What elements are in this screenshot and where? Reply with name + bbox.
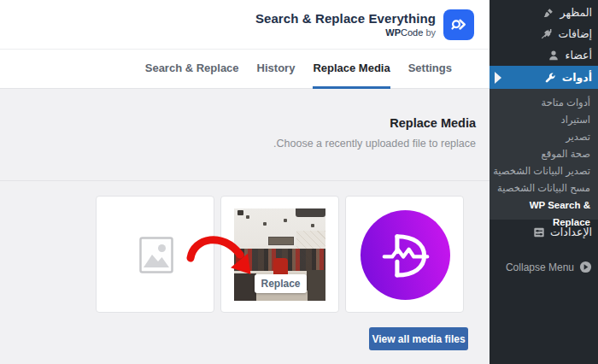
photo-detail <box>307 270 325 301</box>
submenu-item-wp-search-replace[interactable]: WP Search & Replace <box>490 197 598 214</box>
wrench-icon <box>544 71 557 84</box>
sidebar-item-label: أدوات <box>562 71 592 84</box>
photo-detail <box>246 215 249 219</box>
page-title: Replace Media <box>0 116 476 130</box>
page-subtitle: Choose a recently uploaded file to repla… <box>0 138 476 150</box>
submenu-item-site-health[interactable]: صحة الموقع <box>490 145 598 162</box>
sidebar-item-appearance[interactable]: المظهر <box>490 2 598 23</box>
media-tile-logo[interactable] <box>345 196 464 313</box>
tools-submenu: أدوات متاحة استيراد تصدير صحة الموقع تصد… <box>490 89 598 220</box>
photo-detail <box>263 222 267 226</box>
wp-admin-sidebar: المظهر إضافات أعضاء أدوات أدوات م <box>490 0 598 364</box>
purple-wave-logo <box>361 210 450 300</box>
current-menu-notch <box>495 72 501 84</box>
submenu-item-import[interactable]: استيراد <box>490 111 598 128</box>
photo-detail <box>236 253 244 270</box>
photo-detail <box>296 208 325 217</box>
search-replace-logo-icon <box>443 9 474 40</box>
plugin-byline: WPCode by <box>255 27 436 38</box>
submenu-item-export-personal-data[interactable]: تصدير البيانات الشخصية <box>490 162 598 179</box>
sidebar-item-label: إضافات <box>559 27 592 40</box>
image-placeholder-icon <box>139 237 173 277</box>
tab-replace-media[interactable]: Replace Media <box>313 50 390 89</box>
brand-code: Code <box>401 27 423 38</box>
tab-settings[interactable]: Settings <box>408 50 452 89</box>
photo-detail <box>311 224 314 227</box>
photo-detail <box>268 237 294 245</box>
brand-wp: WP <box>385 27 401 38</box>
sidebar-item-plugins[interactable]: إضافات <box>490 23 598 44</box>
sidebar-item-users[interactable]: أعضاء <box>490 44 598 66</box>
users-icon <box>548 49 560 62</box>
tab-search-replace[interactable]: Search & Replace <box>145 50 239 89</box>
by-label: by <box>425 27 436 38</box>
collapse-menu-label: Collapse Menu <box>506 261 574 273</box>
view-all-media-files-button[interactable]: View all media files <box>369 327 468 350</box>
plugin-title-block: Search & Replace Everything WPCode by <box>255 11 436 38</box>
sidebar-item-label: المظهر <box>560 6 592 19</box>
tab-bar: Search & Replace History Replace Media S… <box>0 49 490 89</box>
collapse-menu-button[interactable]: Collapse Menu <box>490 256 598 278</box>
plugin-icon <box>541 27 554 40</box>
main-content: Search & Replace Everything WPCode by Se… <box>0 0 490 364</box>
media-tiles-area: Replace View all media files <box>0 181 490 363</box>
media-tile-photo[interactable]: Replace <box>220 196 339 313</box>
photo-detail <box>234 273 256 301</box>
media-tile-placeholder[interactable] <box>96 196 214 313</box>
collapse-arrow-icon <box>579 261 592 273</box>
replace-media-section-header: Replace Media Choose a recently uploaded… <box>0 89 490 181</box>
sidebar-item-tools[interactable]: أدوات <box>490 66 598 89</box>
submenu-item-erase-personal-data[interactable]: مسح البيانات الشخصية <box>490 179 598 197</box>
plugin-title: Search & Replace Everything <box>255 11 436 26</box>
photo-detail <box>237 210 243 215</box>
brush-icon <box>542 6 555 19</box>
settings-icon <box>532 226 545 238</box>
plugin-header: Search & Replace Everything WPCode by <box>0 0 490 49</box>
replace-button[interactable]: Replace <box>255 274 307 293</box>
magnifier-arrow-glyph <box>448 15 469 35</box>
submenu-item-export[interactable]: تصدير <box>490 128 598 145</box>
sidebar-item-label: أعضاء <box>566 49 592 62</box>
submenu-item-available-tools[interactable]: أدوات متاحة <box>490 94 598 111</box>
sidebar-item-label: الإعدادات <box>550 226 592 238</box>
photo-detail <box>284 219 287 222</box>
tab-history[interactable]: History <box>257 50 296 89</box>
screen: Search & Replace Everything WPCode by Se… <box>0 0 598 364</box>
